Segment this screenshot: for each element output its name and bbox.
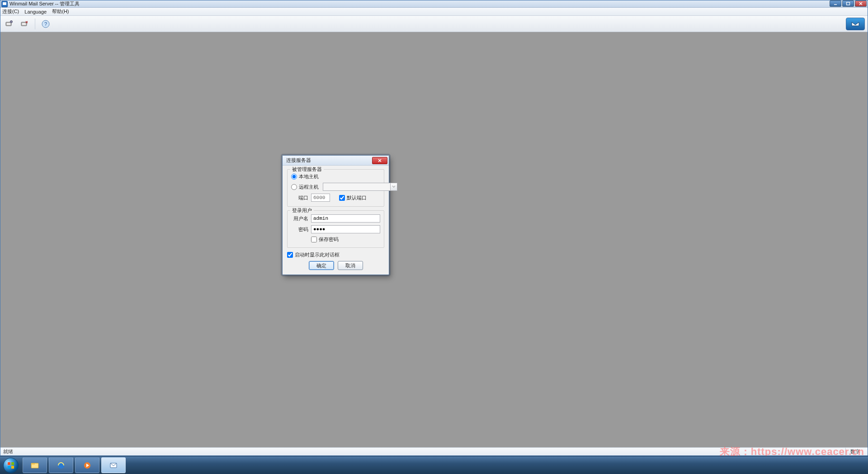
task-item-ie[interactable] bbox=[49, 457, 73, 473]
toolbar: ? bbox=[0, 16, 868, 32]
menubar: 连接(C) Language 帮助(H) bbox=[0, 8, 868, 16]
window-title: Winmail Mail Server -- 管理工具 bbox=[9, 0, 80, 7]
username-input[interactable] bbox=[311, 214, 380, 223]
show-on-startup-checkbox[interactable]: 启动时显示此对话框 bbox=[287, 251, 384, 258]
password-input[interactable] bbox=[311, 225, 380, 233]
svg-text:?: ? bbox=[44, 21, 47, 27]
radio-local-host[interactable]: 本地主机 bbox=[291, 173, 319, 180]
dialog-button-row: 确定 取消 bbox=[287, 261, 384, 270]
show-on-startup-input[interactable] bbox=[287, 252, 293, 258]
svg-rect-12 bbox=[11, 466, 14, 469]
system-tray[interactable] bbox=[861, 456, 868, 474]
remote-host-input[interactable] bbox=[323, 183, 390, 191]
maximize-button[interactable] bbox=[842, 0, 854, 7]
group-server-title: 被管理服务器 bbox=[290, 166, 324, 173]
taskbar bbox=[0, 456, 868, 474]
username-label: 用户名 bbox=[291, 215, 308, 222]
password-label: 密码 bbox=[291, 226, 308, 233]
chevron-down-icon[interactable] bbox=[390, 183, 397, 191]
menu-connect[interactable]: 连接(C) bbox=[2, 8, 19, 15]
toolbar-disconnect-button[interactable] bbox=[19, 18, 30, 30]
svg-rect-14 bbox=[31, 463, 35, 465]
mdi-workspace: 连接服务器 被管理服务器 本地主机 bbox=[0, 32, 868, 447]
radio-remote-host[interactable]: 远程主机 bbox=[291, 184, 320, 190]
status-ready: 就绪 bbox=[3, 448, 845, 455]
toolbar-help-button[interactable]: ? bbox=[40, 18, 52, 30]
cancel-button[interactable]: 取消 bbox=[338, 261, 363, 270]
save-password-checkbox[interactable]: 保存密码 bbox=[311, 236, 339, 243]
svg-point-4 bbox=[10, 20, 13, 23]
dialog-close-button[interactable] bbox=[372, 157, 387, 164]
task-item-explorer[interactable] bbox=[23, 457, 47, 473]
svg-rect-1 bbox=[847, 2, 850, 5]
status-numlock: 数字 bbox=[845, 448, 865, 455]
brand-logo bbox=[846, 18, 865, 30]
statusbar: 就绪 数字 bbox=[0, 447, 868, 455]
dialog-body: 被管理服务器 本地主机 远程主机 bbox=[283, 166, 389, 275]
task-item-media[interactable] bbox=[75, 457, 99, 473]
toolbar-separator bbox=[35, 19, 35, 29]
menu-help[interactable]: 帮助(H) bbox=[52, 8, 69, 15]
group-login-user: 登录用户 用户名 密码 保存密码 bbox=[287, 210, 384, 248]
start-button[interactable] bbox=[0, 456, 22, 474]
app-window: Winmail Mail Server -- 管理工具 连接(C) Langua… bbox=[0, 0, 868, 456]
save-password-input[interactable] bbox=[311, 237, 317, 242]
default-port-checkbox[interactable]: 默认端口 bbox=[339, 194, 367, 201]
svg-rect-10 bbox=[11, 462, 14, 465]
default-port-input[interactable] bbox=[339, 195, 345, 201]
window-controls bbox=[830, 0, 868, 8]
remote-host-combo[interactable] bbox=[323, 183, 397, 191]
svg-rect-6 bbox=[22, 23, 26, 25]
task-item-winmail[interactable] bbox=[101, 457, 126, 473]
svg-rect-3 bbox=[7, 23, 10, 25]
titlebar: Winmail Mail Server -- 管理工具 bbox=[0, 0, 868, 8]
group-login-title: 登录用户 bbox=[290, 207, 314, 214]
svg-rect-9 bbox=[8, 462, 10, 465]
connect-dialog: 连接服务器 被管理服务器 本地主机 bbox=[282, 155, 389, 275]
radio-local-input[interactable] bbox=[291, 174, 297, 180]
port-label: 端口 bbox=[291, 194, 308, 201]
ok-button[interactable]: 确定 bbox=[309, 261, 334, 270]
group-managed-server: 被管理服务器 本地主机 远程主机 bbox=[287, 169, 384, 207]
menu-language[interactable]: Language bbox=[24, 9, 47, 14]
close-button[interactable] bbox=[855, 0, 867, 7]
dialog-title: 连接服务器 bbox=[286, 157, 372, 164]
port-input[interactable] bbox=[311, 194, 330, 202]
toolbar-connect-button[interactable] bbox=[3, 18, 15, 30]
app-icon bbox=[1, 1, 8, 7]
minimize-button[interactable] bbox=[830, 0, 841, 7]
dialog-titlebar: 连接服务器 bbox=[283, 156, 389, 166]
svg-rect-11 bbox=[8, 466, 10, 469]
radio-remote-input[interactable] bbox=[291, 184, 297, 190]
